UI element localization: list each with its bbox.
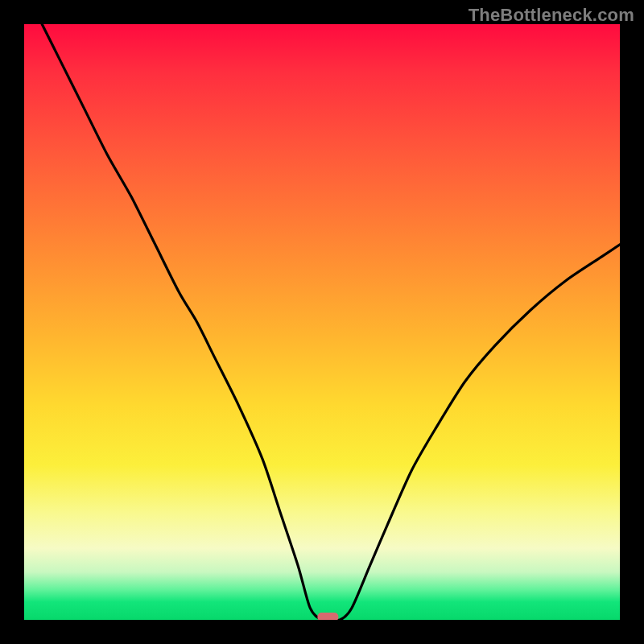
chart-frame: TheBottleneck.com xyxy=(0,0,644,644)
optimal-marker xyxy=(317,613,338,620)
curve-layer xyxy=(24,24,620,620)
watermark-text: TheBottleneck.com xyxy=(469,5,634,26)
plot-area xyxy=(24,24,620,620)
bottleneck-curve xyxy=(42,24,620,620)
